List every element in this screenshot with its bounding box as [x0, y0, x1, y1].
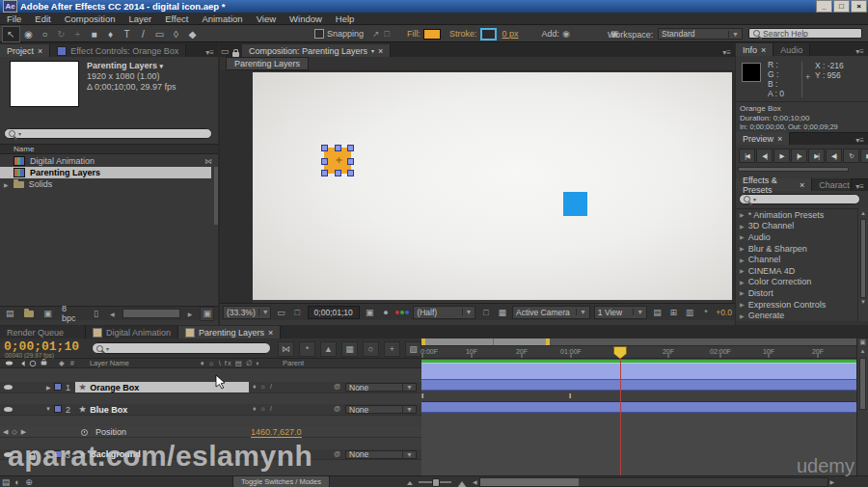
shy-layers-icon[interactable]: ▦	[341, 341, 358, 357]
panel-corner-icon[interactable]: ▣	[200, 307, 214, 321]
stroke-color-swatch[interactable]	[480, 28, 497, 41]
layer-name-column[interactable]: Layer Name	[90, 359, 129, 367]
snap-along-edges-icon[interactable]: ↗	[372, 29, 380, 39]
minimize-button[interactable]: _	[816, 0, 832, 13]
blue-box-layer-bar[interactable]	[421, 380, 856, 391]
work-area-segment[interactable]	[421, 338, 550, 345]
toggle-switches-modes-button[interactable]: Toggle Switches / Modes	[232, 475, 330, 487]
parent-dropdown[interactable]: None ▼	[345, 450, 417, 459]
property-name[interactable]: Position	[95, 427, 126, 437]
orange-box-layer[interactable]: ✛	[324, 148, 351, 174]
clone-stamp-tool-icon[interactable]: ▭	[151, 27, 168, 41]
workspace-dropdown[interactable]: Standard ▼	[658, 28, 743, 40]
tab-dropdown-icon[interactable]: ▾	[371, 47, 374, 54]
effects-category[interactable]: ▶* Animation Presets	[736, 209, 857, 221]
tab-audio[interactable]: Audio	[773, 43, 810, 56]
keyframe-icon[interactable]: I	[569, 392, 571, 400]
expand-icon[interactable]: ▶	[46, 384, 51, 391]
zoom-out-icon[interactable]	[407, 478, 413, 485]
layer-label-color[interactable]	[54, 405, 62, 413]
fill-color-swatch[interactable]	[423, 29, 441, 40]
stroke-label[interactable]: Stroke:	[449, 29, 477, 39]
audio-button[interactable]: ◀)	[826, 149, 842, 163]
footer-scrollbar[interactable]	[122, 309, 180, 318]
scroll-down-icon[interactable]: ▼	[858, 299, 868, 305]
expand-in-out-icon[interactable]: ◐	[12, 477, 23, 487]
exposure-value[interactable]: +0.0	[716, 308, 732, 317]
search-options-icon[interactable]: ▾	[18, 130, 21, 137]
tab-close-icon[interactable]: ×	[761, 45, 766, 55]
last-frame-button[interactable]: ▶|	[808, 149, 825, 163]
menu-effect[interactable]: Effect	[158, 14, 195, 24]
pen-tool-icon[interactable]: ♦	[102, 27, 119, 41]
background-layer-bar[interactable]	[421, 402, 856, 413]
selection-handle[interactable]	[321, 145, 328, 151]
draft-3d-icon[interactable]: ▲	[320, 341, 337, 357]
tab-close-icon[interactable]: ×	[268, 328, 273, 338]
channel-icon[interactable]	[395, 311, 409, 314]
video-switch-icon[interactable]	[4, 407, 13, 412]
view-layout-dropdown[interactable]: 1 View ▼	[594, 306, 647, 319]
motion-blur-icon[interactable]: +	[384, 341, 400, 357]
zoom-slider-knob[interactable]	[432, 478, 440, 487]
tab-effects-presets[interactable]: Effects & Presets ×	[736, 178, 812, 191]
expanded-icon[interactable]: ▼	[45, 406, 51, 412]
scroll-left-icon[interactable]: ◀	[473, 478, 477, 485]
playhead-handle[interactable]	[613, 346, 627, 359]
frame-blending-icon[interactable]: ○	[363, 341, 379, 357]
tab-effect-controls[interactable]: Effect Controls: Orange Box	[50, 44, 186, 57]
effects-category[interactable]: ▶Color Correction	[736, 277, 857, 288]
selection-handle[interactable]	[321, 158, 328, 165]
effects-category[interactable]: ▶CINEMA 4D	[736, 265, 857, 277]
comp-flowchart-icon[interactable]: ▥	[684, 306, 696, 318]
parent-column[interactable]: Parent	[283, 359, 304, 367]
selection-handle[interactable]	[335, 145, 341, 151]
tab-render-queue[interactable]: Render Queue	[0, 326, 86, 338]
panel-menu-icon[interactable]: ▾≡	[852, 47, 868, 56]
snapping-checkbox[interactable]	[314, 29, 324, 39]
keyframe-icon[interactable]: I	[421, 392, 423, 400]
add-menu-icon[interactable]: ◉	[562, 29, 570, 39]
blue-box-layer[interactable]	[563, 192, 587, 216]
position-value[interactable]: 1460.7,627.0	[251, 427, 302, 438]
comp-timecode[interactable]: 0;00;01;10	[308, 306, 360, 319]
parent-pick-whip-icon[interactable]: @	[334, 383, 340, 390]
tab-close-icon[interactable]: ×	[800, 180, 804, 190]
tab-digital-animation[interactable]: Digital Animation	[86, 326, 178, 338]
play-button[interactable]: ▶	[773, 149, 790, 163]
tab-parenting-layers[interactable]: Parenting Layers ×	[178, 326, 281, 338]
project-item-digital-animation[interactable]: Digital Animation ⋈	[0, 155, 218, 167]
playhead-line[interactable]	[620, 359, 621, 477]
tab-preview[interactable]: Preview ×	[736, 132, 790, 145]
target-region-icon[interactable]: □	[479, 306, 492, 318]
project-item-solids[interactable]: ▶ Solids	[0, 178, 218, 190]
comp-mini-flowchart-icon[interactable]: ⋈	[278, 341, 294, 357]
search-help-input[interactable]: Search Help	[748, 28, 862, 39]
effects-category[interactable]: ▶3D Channel	[736, 221, 857, 232]
timeline-button-icon[interactable]: ⊞	[667, 306, 680, 318]
new-folder-icon[interactable]	[24, 311, 35, 317]
composition-viewport[interactable]: ✛	[253, 72, 732, 300]
first-frame-button[interactable]: |◀	[739, 149, 755, 163]
previous-frame-button[interactable]: ◀|	[756, 149, 773, 163]
project-scrollbar[interactable]	[214, 167, 218, 225]
selection-handle[interactable]	[347, 158, 354, 165]
camera-dropdown[interactable]: Active Camera ▼	[512, 306, 590, 319]
time-ruler[interactable]: 0:00F 10F 20F 01:00F 20F 02:00F 10F 20F	[421, 346, 856, 359]
effects-search-input[interactable]: ▾	[739, 194, 860, 204]
eraser-tool-icon[interactable]: ◊	[168, 27, 184, 41]
scrollbar-thumb[interactable]	[860, 219, 866, 298]
tab-info[interactable]: Info ×	[736, 43, 773, 56]
menu-composition[interactable]: Composition	[58, 14, 122, 24]
grid-guides-icon[interactable]: ▤	[651, 306, 664, 318]
work-area-bar[interactable]	[421, 338, 856, 346]
scroll-up-icon[interactable]: ▲	[858, 208, 868, 218]
snap-features-icon[interactable]: □	[385, 29, 390, 39]
zoom-tool-icon[interactable]: ○	[37, 27, 53, 41]
orange-box-layer-bar[interactable]	[421, 363, 856, 380]
comp-marker-icon[interactable]: ▣	[857, 338, 868, 348]
panel-menu-icon[interactable]: ▾≡	[719, 48, 735, 57]
keyframe-navigator[interactable]: ◀ ◇ ▶	[3, 428, 27, 436]
layer-switches[interactable]: ♦ ☼ /	[253, 405, 273, 412]
project-list-header[interactable]: Name	[0, 144, 218, 154]
